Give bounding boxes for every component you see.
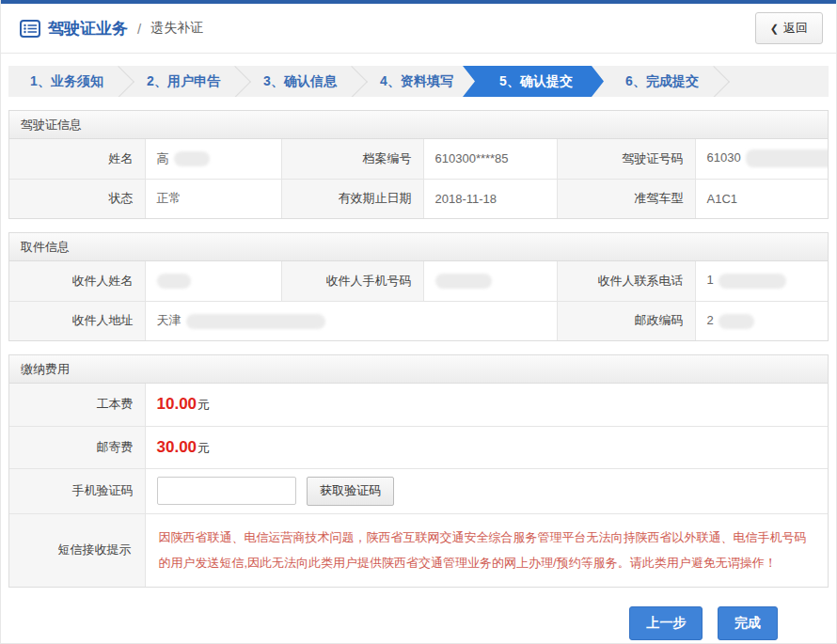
header: 驾驶证业务 / 遗失补证 ❮ 返回 — [1, 4, 836, 54]
redacted-blob — [174, 151, 210, 166]
field-value: 2 — [695, 301, 828, 340]
table-row: 收件人姓名 收件人手机号码 收件人联系电话 1 — [9, 261, 828, 301]
field-value: 高 — [145, 139, 281, 179]
list-icon — [20, 20, 40, 38]
pickup-section-title: 取件信息 — [9, 233, 828, 261]
table-row: 手机验证码 获取验证码 — [9, 468, 828, 513]
table-row: 工本费 10.00元 — [9, 384, 828, 426]
breadcrumb: 驾驶证业务 / 遗失补证 — [20, 18, 203, 39]
table-row: 收件人地址 天津 邮政编码 2 — [9, 301, 828, 340]
field-value — [423, 261, 557, 301]
field-label: 收件人姓名 — [9, 261, 145, 301]
field-label: 邮寄费 — [9, 426, 145, 468]
redacted-blob — [719, 274, 786, 289]
field-label: 收件人手机号码 — [281, 261, 423, 301]
fee-amount: 30.00 — [157, 438, 197, 456]
mail-fee-value: 30.00元 — [145, 426, 828, 468]
field-value — [145, 261, 281, 301]
payment-section-title: 缴纳费用 — [9, 355, 828, 384]
field-value: 610300****85 — [423, 139, 557, 179]
table-row: 姓名 高 档案编号 610300****85 驾驶证号码 61030 — [9, 139, 828, 179]
field-value: 2018-11-18 — [423, 179, 557, 218]
redacted-blob — [435, 274, 492, 289]
field-value: A1C1 — [695, 179, 828, 218]
step-3-confirm-info[interactable]: 3、确认信息 — [242, 66, 358, 97]
table-row: 邮寄费 30.00元 — [9, 426, 828, 468]
license-section-title: 驾驶证信息 — [9, 111, 828, 139]
page-title: 驾驶证业务 — [48, 18, 128, 39]
field-label: 邮政编码 — [557, 301, 695, 340]
page: 驾驶证业务 / 遗失补证 ❮ 返回 1、业务须知 2、用户申告 3、确认信息 4… — [0, 0, 837, 644]
field-label: 有效期止日期 — [281, 179, 423, 218]
step-4-fill-data[interactable]: 4、资料填写 — [358, 66, 475, 97]
step-1-business-notice[interactable]: 1、业务须知 — [8, 66, 125, 97]
back-chevron-icon: ❮ — [770, 23, 779, 35]
sms-code-cell: 获取验证码 — [145, 468, 828, 513]
field-label: 手机验证码 — [9, 468, 145, 513]
sms-notice-text: 因陕西省联通、电信运营商技术问题，陕西省互联网交通安全综合服务管理平台无法向持陕… — [159, 525, 815, 575]
sms-code-input[interactable] — [157, 477, 296, 505]
production-fee-value: 10.00元 — [145, 384, 828, 426]
table-row: 状态 正常 有效期止日期 2018-11-18 准驾车型 A1C1 — [9, 179, 828, 218]
field-label: 工本费 — [9, 384, 145, 426]
field-value: 61030 — [695, 139, 828, 179]
redacted-blob — [157, 274, 191, 289]
steps-bar: 1、业务须知 2、用户申告 3、确认信息 4、资料填写 5、确认提交 6、完成提… — [8, 66, 829, 97]
back-button[interactable]: ❮ 返回 — [755, 12, 823, 44]
field-label: 档案编号 — [281, 139, 423, 179]
back-button-label: 返回 — [783, 20, 808, 37]
field-label: 收件人联系电话 — [557, 261, 695, 301]
pickup-info-section: 取件信息 收件人姓名 收件人手机号码 收件人联系电话 1 收件人地址 天津 邮政… — [8, 232, 829, 341]
redacted-blob — [186, 314, 325, 329]
step-6-complete-submit[interactable]: 6、完成提交 — [604, 66, 720, 97]
payment-section: 缴纳费用 工本费 10.00元 邮寄费 30.00元 手机验证码 获取验证码 — [8, 354, 829, 588]
fee-amount: 10.00 — [157, 395, 197, 413]
sms-notice-cell: 因陕西省联通、电信运营商技术问题，陕西省互联网交通安全综合服务管理平台无法向持陕… — [145, 513, 828, 587]
field-value: 天津 — [145, 301, 557, 340]
redacted-blob — [719, 314, 754, 329]
table-row: 短信接收提示 因陕西省联通、电信运营商技术问题，陕西省互联网交通安全综合服务管理… — [9, 513, 828, 587]
finish-button[interactable]: 完成 — [718, 606, 778, 640]
fee-unit: 元 — [197, 441, 210, 455]
pickup-info-table: 收件人姓名 收件人手机号码 收件人联系电话 1 收件人地址 天津 邮政编码 2 — [9, 261, 828, 340]
step-2-user-declaration[interactable]: 2、用户申告 — [125, 66, 242, 97]
field-label: 收件人地址 — [9, 301, 145, 340]
field-value: 1 — [695, 261, 828, 301]
get-code-button[interactable]: 获取验证码 — [307, 477, 394, 506]
redacted-blob — [746, 149, 828, 167]
field-label: 驾驶证号码 — [557, 139, 695, 179]
steps-bar-filler — [720, 66, 829, 97]
field-value: 正常 — [145, 179, 281, 218]
license-info-section: 驾驶证信息 姓名 高 档案编号 610300****85 驾驶证号码 61030… — [8, 110, 829, 219]
footer-actions: 上一步 完成 — [1, 606, 836, 640]
field-label: 状态 — [9, 179, 145, 218]
payment-table: 工本费 10.00元 邮寄费 30.00元 手机验证码 获取验证码 短信接收提 — [9, 384, 828, 587]
breadcrumb-separator: / — [137, 21, 141, 37]
field-label: 姓名 — [9, 139, 145, 179]
license-info-table: 姓名 高 档案编号 610300****85 驾驶证号码 61030 状态 正常… — [9, 139, 828, 218]
fee-unit: 元 — [197, 398, 210, 412]
field-label: 短信接收提示 — [9, 513, 145, 587]
previous-step-button[interactable]: 上一步 — [629, 606, 703, 640]
field-label: 准驾车型 — [557, 179, 695, 218]
breadcrumb-current: 遗失补证 — [150, 20, 203, 37]
step-5-confirm-submit-active[interactable]: 5、确认提交 — [463, 66, 604, 97]
